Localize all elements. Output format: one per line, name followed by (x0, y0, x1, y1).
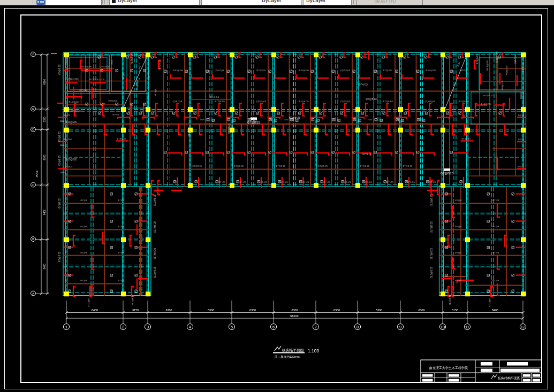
svg-text:Φ7@8 25: Φ7@8 25 (403, 165, 413, 167)
svg-text:Φ7@8: Φ7@8 (455, 251, 462, 254)
svg-text:Φ7@8: Φ7@8 (80, 251, 87, 254)
svg-text:Φ7@8 25: Φ7@8 25 (276, 165, 286, 167)
svg-text:D: D (32, 128, 34, 131)
svg-text:(2)Φ7@8: (2)Φ7@8 (148, 71, 150, 80)
svg-text:Φ7@8 25: Φ7@8 25 (192, 165, 202, 167)
svg-text:35700: 35700 (36, 170, 39, 177)
svg-text:1: 1 (65, 325, 67, 329)
svg-text:Φ10@200: Φ10@200 (299, 69, 309, 72)
svg-text:1000: 1000 (60, 144, 64, 147)
svg-text:E: E (32, 107, 34, 111)
svg-text:Φ7@200: Φ7@200 (501, 80, 504, 90)
svg-text:南京理工大学土木工程学院: 南京理工大学土木工程学院 (429, 366, 468, 370)
svg-text:Φ7×25: Φ7×25 (218, 181, 225, 183)
svg-text:Φ7×8 D4: Φ7×8 D4 (359, 83, 369, 86)
svg-text:12: 12 (521, 325, 525, 329)
svg-text:Φ7×25: Φ7×25 (386, 181, 393, 183)
svg-text:Φ7×25: Φ7×25 (260, 181, 267, 183)
svg-text:5: 5 (231, 325, 233, 329)
svg-text:注：板厚为120mm: 注：板厚为120mm (275, 355, 300, 358)
svg-text:Φ7@200: Φ7@200 (108, 99, 118, 102)
svg-text:L2(2)@4: L2(2)@4 (488, 298, 491, 307)
svg-text:Φ7@200: Φ7@200 (256, 69, 266, 72)
svg-text:10: 10 (441, 325, 445, 329)
svg-text:A: A (32, 292, 34, 295)
svg-text:8@25: 8@25 (518, 114, 525, 117)
svg-text:Φ7@8/25: Φ7@8/25 (441, 172, 453, 175)
svg-text:6300: 6300 (376, 309, 382, 312)
svg-text:6300: 6300 (208, 309, 214, 312)
svg-text:Φ7@8/25: Φ7@8/25 (476, 54, 479, 64)
svg-text:SL1@8 15: SL1@8 15 (449, 294, 451, 305)
svg-text:Φ7@8: Φ7@8 (492, 199, 499, 202)
svg-text:Φ7×25: Φ7×25 (408, 181, 415, 183)
svg-text:SL7@8: SL7@8 (188, 128, 191, 136)
svg-text:1500: 1500 (200, 118, 205, 121)
svg-text:6300: 6300 (418, 309, 424, 312)
svg-text:B: B (32, 237, 34, 241)
svg-text:Φ7@8 25: Φ7@8 25 (58, 198, 61, 209)
svg-text:Φ7@8: Φ7@8 (520, 92, 522, 99)
svg-text:4: 4 (189, 325, 191, 329)
svg-text:Φ10@200: Φ10@200 (426, 69, 436, 72)
svg-text:F: F (32, 53, 34, 56)
svg-text:9: 9 (399, 325, 401, 329)
svg-text:Φ10@200: Φ10@200 (81, 65, 92, 68)
svg-text:Φ10@15: Φ10@15 (521, 63, 524, 72)
svg-text:Φ10@200: Φ10@200 (173, 69, 184, 72)
svg-text:3300: 3300 (43, 117, 46, 122)
svg-text:Φ7@8 D5: Φ7@8 D5 (459, 100, 469, 103)
svg-text:L1(2): L1(2) (110, 59, 113, 65)
svg-text:Φ7@8: Φ7@8 (80, 199, 87, 202)
svg-text:Φ7@8: Φ7@8 (112, 113, 119, 116)
svg-text:Φ7@8: Φ7@8 (492, 279, 499, 282)
svg-text:8@25: 8@25 (518, 138, 525, 141)
svg-text:L2(2)@4: L2(2)@4 (87, 298, 90, 307)
svg-text:Φ7@8: Φ7@8 (118, 251, 125, 254)
svg-text:Φ7@8 D5: Φ7@8 D5 (383, 100, 393, 103)
svg-text:SL7@8 25: SL7@8 25 (154, 248, 156, 259)
svg-text:SL1@8 15: SL1@8 15 (131, 294, 134, 305)
svg-text:(2)Φ7@8: (2)Φ7@8 (514, 55, 517, 64)
svg-text:Φ7@8 25: Φ7@8 25 (360, 165, 370, 167)
svg-text:7: 7 (315, 325, 317, 329)
svg-text:8400: 8400 (92, 309, 98, 312)
svg-text:Φ7@200: Φ7@200 (505, 65, 508, 75)
svg-text:Φ7@8 D4: Φ7@8 D4 (366, 97, 378, 101)
svg-text:(2)Φ7@8: (2)Φ7@8 (426, 100, 435, 103)
svg-text:Φ7×25: Φ7×25 (302, 181, 309, 183)
svg-text:2: 2 (122, 325, 124, 329)
svg-text:Φ7@8: Φ7@8 (118, 199, 125, 202)
svg-text:Φ7@8: Φ7@8 (455, 225, 462, 228)
svg-text:6300: 6300 (165, 309, 172, 312)
svg-text:C: C (32, 183, 34, 187)
svg-text:Φ7@8 D5: Φ7@8 D5 (299, 100, 309, 103)
svg-text:Φ10@200: Φ10@200 (481, 103, 491, 105)
svg-text:6300: 6300 (291, 309, 298, 312)
svg-text:Φ7@8 D5: Φ7@8 D5 (215, 100, 225, 103)
svg-text:Φ7@8 25: Φ7@8 25 (234, 165, 244, 167)
svg-text:Φ7×25: Φ7×25 (281, 181, 288, 183)
svg-text:Φ7@8: Φ7@8 (122, 72, 125, 79)
svg-text:1000: 1000 (60, 120, 64, 122)
svg-text:Φ10@200: Φ10@200 (66, 158, 77, 161)
svg-text:Φ7@8: Φ7@8 (80, 225, 87, 228)
svg-text:Φ7×25: Φ7×25 (239, 181, 246, 183)
svg-text:6900: 6900 (43, 155, 46, 160)
svg-text:(2)Φ7@8: (2)Φ7@8 (100, 65, 109, 68)
svg-text:Φ7@8 25: Φ7@8 25 (58, 64, 61, 75)
svg-text:Φ7@8 25: Φ7@8 25 (58, 251, 61, 262)
svg-text:Φ7@8: Φ7@8 (80, 279, 87, 282)
svg-text:JLB1: JLB1 (456, 61, 461, 67)
svg-text:(2)8@25: (2)8@25 (64, 165, 73, 168)
svg-text:SL10@200: SL10@200 (131, 52, 133, 64)
svg-text:68100: 68100 (290, 314, 298, 318)
svg-text:SL7@8 25: SL7@8 25 (430, 266, 433, 278)
svg-text:板实结构平面图: 板实结构平面图 (497, 376, 520, 380)
svg-text:(2)Φ7@8: (2)Φ7@8 (173, 100, 183, 103)
svg-text:Φ7@8 15: Φ7@8 15 (158, 59, 161, 70)
svg-text:Φ7×8 D4: Φ7×8 D4 (210, 96, 219, 98)
svg-text:Φ7@8 15: Φ7@8 15 (483, 94, 494, 97)
svg-text:Φ7@8(4): Φ7@8(4) (228, 124, 231, 134)
svg-text:1000: 1000 (60, 172, 64, 174)
